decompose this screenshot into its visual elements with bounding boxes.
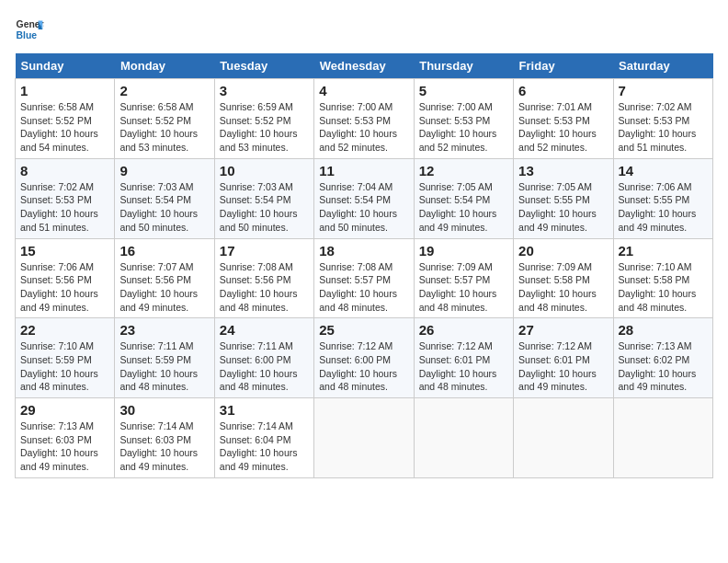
col-header-tuesday: Tuesday: [214, 53, 313, 79]
calendar-day-8: 8Sunrise: 7:02 AM Sunset: 5:53 PM Daylig…: [16, 158, 115, 238]
calendar-day-14: 14Sunrise: 7:06 AM Sunset: 5:55 PM Dayli…: [613, 158, 712, 238]
calendar-week-3: 15Sunrise: 7:06 AM Sunset: 5:56 PM Dayli…: [16, 238, 713, 318]
empty-cell: [514, 398, 613, 478]
calendar-day-22: 22Sunrise: 7:10 AM Sunset: 5:59 PM Dayli…: [16, 318, 115, 398]
calendar-day-23: 23Sunrise: 7:11 AM Sunset: 5:59 PM Dayli…: [115, 318, 214, 398]
calendar-week-2: 8Sunrise: 7:02 AM Sunset: 5:53 PM Daylig…: [16, 158, 713, 238]
empty-cell: [613, 398, 712, 478]
calendar-day-27: 27Sunrise: 7:12 AM Sunset: 6:01 PM Dayli…: [514, 318, 613, 398]
calendar-day-15: 15Sunrise: 7:06 AM Sunset: 5:56 PM Dayli…: [16, 238, 115, 318]
calendar-day-1: 1Sunrise: 6:58 AM Sunset: 5:52 PM Daylig…: [16, 79, 115, 159]
calendar-day-12: 12Sunrise: 7:05 AM Sunset: 5:54 PM Dayli…: [414, 158, 513, 238]
col-header-friday: Friday: [514, 53, 613, 79]
calendar-day-9: 9Sunrise: 7:03 AM Sunset: 5:54 PM Daylig…: [115, 158, 214, 238]
calendar-day-26: 26Sunrise: 7:12 AM Sunset: 6:01 PM Dayli…: [414, 318, 513, 398]
calendar-table: SundayMondayTuesdayWednesdayThursdayFrid…: [15, 53, 713, 478]
calendar-day-11: 11Sunrise: 7:04 AM Sunset: 5:54 PM Dayli…: [314, 158, 414, 238]
logo: General Blue: [15, 15, 48, 44]
calendar-day-18: 18Sunrise: 7:08 AM Sunset: 5:57 PM Dayli…: [314, 238, 414, 318]
calendar-day-6: 6Sunrise: 7:01 AM Sunset: 5:53 PM Daylig…: [514, 79, 613, 159]
calendar-day-28: 28Sunrise: 7:13 AM Sunset: 6:02 PM Dayli…: [613, 318, 712, 398]
calendar-day-13: 13Sunrise: 7:05 AM Sunset: 5:55 PM Dayli…: [514, 158, 613, 238]
calendar-week-1: 1Sunrise: 6:58 AM Sunset: 5:52 PM Daylig…: [16, 79, 713, 159]
calendar-week-5: 29Sunrise: 7:13 AM Sunset: 6:03 PM Dayli…: [16, 398, 713, 478]
calendar-day-10: 10Sunrise: 7:03 AM Sunset: 5:54 PM Dayli…: [214, 158, 313, 238]
calendar-week-4: 22Sunrise: 7:10 AM Sunset: 5:59 PM Dayli…: [16, 318, 713, 398]
col-header-wednesday: Wednesday: [314, 53, 414, 79]
calendar-day-16: 16Sunrise: 7:07 AM Sunset: 5:56 PM Dayli…: [115, 238, 214, 318]
empty-cell: [414, 398, 513, 478]
calendar-day-20: 20Sunrise: 7:09 AM Sunset: 5:58 PM Dayli…: [514, 238, 613, 318]
calendar-day-3: 3Sunrise: 6:59 AM Sunset: 5:52 PM Daylig…: [214, 79, 313, 159]
header-row: SundayMondayTuesdayWednesdayThursdayFrid…: [16, 53, 713, 79]
svg-text:Blue: Blue: [17, 30, 38, 40]
calendar-day-19: 19Sunrise: 7:09 AM Sunset: 5:57 PM Dayli…: [414, 238, 513, 318]
calendar-day-4: 4Sunrise: 7:00 AM Sunset: 5:53 PM Daylig…: [314, 79, 414, 159]
calendar-day-29: 29Sunrise: 7:13 AM Sunset: 6:03 PM Dayli…: [16, 398, 115, 478]
calendar-day-7: 7Sunrise: 7:02 AM Sunset: 5:53 PM Daylig…: [613, 79, 712, 159]
logo-icon: General Blue: [15, 15, 44, 44]
col-header-saturday: Saturday: [613, 53, 712, 79]
page-header: General Blue: [15, 15, 713, 44]
col-header-monday: Monday: [115, 53, 214, 79]
calendar-day-25: 25Sunrise: 7:12 AM Sunset: 6:00 PM Dayli…: [314, 318, 414, 398]
calendar-day-30: 30Sunrise: 7:14 AM Sunset: 6:03 PM Dayli…: [115, 398, 214, 478]
calendar-day-5: 5Sunrise: 7:00 AM Sunset: 5:53 PM Daylig…: [414, 79, 513, 159]
calendar-day-2: 2Sunrise: 6:58 AM Sunset: 5:52 PM Daylig…: [115, 79, 214, 159]
calendar-day-24: 24Sunrise: 7:11 AM Sunset: 6:00 PM Dayli…: [214, 318, 313, 398]
calendar-day-31: 31Sunrise: 7:14 AM Sunset: 6:04 PM Dayli…: [214, 398, 313, 478]
empty-cell: [314, 398, 414, 478]
col-header-sunday: Sunday: [16, 53, 115, 79]
col-header-thursday: Thursday: [414, 53, 513, 79]
calendar-day-21: 21Sunrise: 7:10 AM Sunset: 5:58 PM Dayli…: [613, 238, 712, 318]
calendar-day-17: 17Sunrise: 7:08 AM Sunset: 5:56 PM Dayli…: [214, 238, 313, 318]
